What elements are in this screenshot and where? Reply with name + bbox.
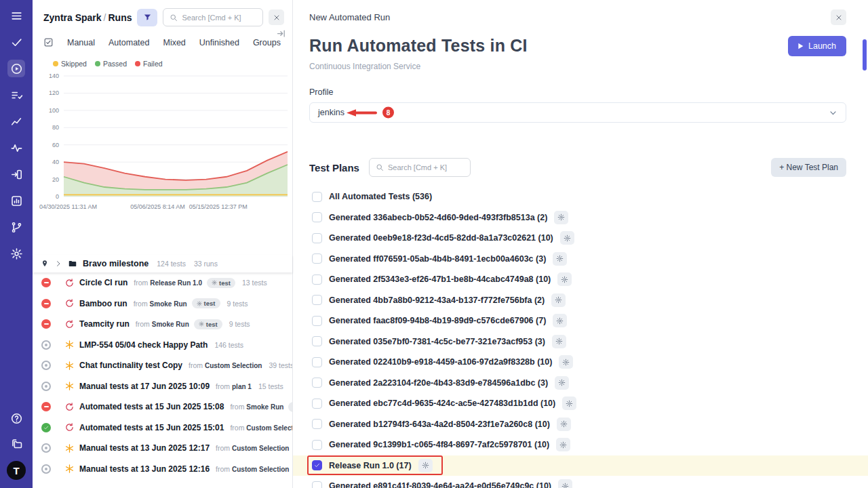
run-row[interactable]: Chat functinality test Copy from Custom …	[33, 355, 292, 376]
plan-checkbox[interactable]	[312, 336, 322, 346]
close-dialog-button[interactable]	[831, 9, 846, 25]
plan-checkbox[interactable]	[312, 316, 322, 326]
tab-groups[interactable]: Groups	[253, 38, 281, 47]
pin-icon	[41, 260, 49, 268]
plan-checkbox[interactable]	[312, 295, 322, 305]
plan-checkbox[interactable]	[312, 357, 322, 367]
test-plan-row[interactable]: Generated ebc77c4d-9635-424c-ac5e-427483…	[293, 393, 868, 414]
collapse-panel-icon[interactable]	[276, 28, 286, 39]
activity-icon[interactable]	[7, 139, 25, 157]
runs-search[interactable]	[163, 8, 263, 26]
plan-settings-button[interactable]	[555, 376, 569, 390]
breadcrumb-project[interactable]: Zyntra Spark	[43, 12, 102, 23]
plan-settings-button[interactable]	[559, 355, 573, 369]
play-circle-icon[interactable]	[7, 60, 25, 77]
plan-checkbox[interactable]	[312, 481, 322, 488]
close-panel-button[interactable]	[269, 9, 284, 25]
tab-manual[interactable]: Manual	[67, 38, 95, 47]
run-row[interactable]: Circle CI run from Release Run 1.0 test …	[33, 272, 292, 293]
gear-icon	[556, 317, 564, 325]
test-plan-row[interactable]: Generated e891c41f-8039-4e64-aa24-e0d56e…	[293, 476, 868, 488]
launch-button-label: Launch	[808, 41, 836, 51]
test-plan-row[interactable]: Generated 022410b9-e918-4459-a106-97d2a9…	[293, 352, 868, 373]
test-plan-row[interactable]: Generated 336abecb-0b52-4d60-9ded-493f3f…	[293, 207, 868, 228]
svg-text:04/30/2025 11:31 AM: 04/30/2025 11:31 AM	[39, 203, 97, 210]
plans-search-input[interactable]	[388, 163, 464, 171]
plan-settings-button[interactable]	[551, 293, 566, 307]
plan-checkbox[interactable]	[312, 399, 322, 409]
runs-search-input[interactable]	[182, 14, 256, 22]
help-circle-icon[interactable]	[7, 409, 25, 427]
test-plan-row[interactable]: Generated 4bb7a8b0-9212-43a4-b137-f772fe…	[293, 290, 868, 311]
gear-icon	[562, 359, 570, 366]
run-row[interactable]: Automated tests at 15 Jun 2025 15:08 fro…	[33, 396, 292, 418]
plan-settings-button[interactable]	[553, 314, 567, 327]
test-plan-row[interactable]: Generated ff076591-05ab-4b4b-8491-1ecb00…	[293, 249, 868, 270]
plan-settings-button[interactable]	[418, 459, 433, 472]
test-plan-row[interactable]: Generated 0eeb9e18-f23d-4cd5-82dd-8a1a73…	[293, 228, 868, 249]
svg-text:120: 120	[49, 89, 59, 96]
svg-text:0: 0	[56, 193, 59, 200]
plan-checkbox[interactable]	[312, 419, 322, 429]
run-row[interactable]: Automated tests at 15 Jun 2025 15:01 fro…	[33, 418, 292, 439]
plan-settings-button[interactable]	[556, 438, 570, 451]
app-logo[interactable]: T	[7, 461, 26, 480]
test-plan-row[interactable]: Generated b12794f3-643a-4a2d-8504-23f1e7…	[293, 414, 868, 435]
chevron-right-icon[interactable]	[54, 260, 62, 268]
run-row[interactable]: Manual tests at 17 Jun 2025 10:09 from p…	[33, 376, 292, 397]
plan-settings-button[interactable]	[557, 272, 572, 286]
plan-checkbox[interactable]	[312, 192, 322, 202]
profile-select[interactable]: jenkins 8	[309, 102, 846, 123]
run-row[interactable]: Teamcity run from Smoke Run test 9 tests	[33, 314, 292, 335]
plan-settings-button[interactable]	[558, 479, 572, 488]
test-plan-row[interactable]: Generated 9c1399b1-c065-4f84-8697-7af2c5…	[293, 434, 868, 455]
milestone-row[interactable]: Bravo milestone 124 tests 33 runs	[33, 255, 292, 272]
plan-settings-button[interactable]	[553, 252, 567, 266]
plan-settings-button[interactable]	[560, 231, 574, 245]
plan-checkbox[interactable]	[312, 274, 322, 285]
plans-search[interactable]	[369, 158, 471, 177]
scrollbar-thumb[interactable]	[863, 39, 867, 70]
menu-icon[interactable]	[7, 7, 25, 24]
test-plan-row[interactable]: Generated 2f5343e3-ef26-47b1-be8b-44cabc…	[293, 269, 868, 290]
test-plan-row[interactable]: Generated 035e7bf0-7381-4c5c-be77-321e73…	[293, 331, 868, 352]
test-plan-row[interactable]: All Automated Tests (536)	[293, 186, 868, 207]
filter-button[interactable]	[137, 9, 157, 26]
chart-line-icon[interactable]	[7, 113, 25, 130]
run-row[interactable]: Bamboo run from Smoke Run test 9 tests	[33, 293, 292, 314]
run-row[interactable]: Manual tests at 13 Jun 2025 12:17 from C…	[33, 438, 292, 459]
profile-label: Profile	[309, 87, 846, 97]
branch-icon[interactable]	[7, 218, 25, 236]
run-row[interactable]: LMP-554 05/04 check Happy Path 146 tests	[33, 335, 292, 356]
plan-settings-button[interactable]	[562, 396, 576, 410]
failed-status-icon	[41, 299, 51, 308]
tab-automated[interactable]: Automated	[108, 38, 149, 47]
plan-settings-button[interactable]	[557, 418, 571, 431]
tab-unfinished[interactable]: Unfinished	[199, 38, 239, 47]
test-plan-row[interactable]: Generated faac8f09-94b8-4b19-89d9-c576cd…	[293, 310, 868, 331]
bar-chart-icon[interactable]	[7, 192, 25, 209]
check-icon[interactable]	[7, 33, 25, 51]
run-title: Circle CI run	[79, 278, 127, 287]
plan-checkbox[interactable]	[312, 233, 322, 243]
plan-checkbox[interactable]	[312, 378, 322, 388]
gear-icon[interactable]	[7, 245, 25, 262]
plan-checkbox[interactable]	[312, 253, 322, 264]
run-source: from Custom Selection	[216, 465, 289, 473]
plan-settings-button[interactable]	[554, 211, 568, 224]
tab-mixed[interactable]: Mixed	[163, 38, 185, 47]
test-plan-row[interactable]: Generated 2a223104-f20e-4b43-83d9-e78459…	[293, 373, 868, 394]
runs-panel: Zyntra Spark/Runs ManualAutomatedMixedUn…	[33, 0, 293, 488]
new-test-plan-button[interactable]: + New Test Plan	[771, 158, 846, 177]
list-check-icon[interactable]	[7, 86, 25, 104]
plan-checkbox[interactable]	[312, 212, 322, 222]
test-plan-row[interactable]: Release Run 1.0 (17)	[293, 455, 868, 476]
plan-checkbox[interactable]	[312, 440, 322, 450]
folders-icon[interactable]	[7, 435, 25, 453]
import-icon[interactable]	[7, 165, 25, 183]
launch-button[interactable]: Launch	[788, 36, 846, 56]
plan-settings-button[interactable]	[552, 335, 566, 348]
plan-checkbox[interactable]	[312, 460, 322, 470]
chevron-down-icon	[829, 108, 837, 117]
run-row[interactable]: Manual tests at 13 Jun 2025 12:16 from C…	[33, 459, 292, 480]
